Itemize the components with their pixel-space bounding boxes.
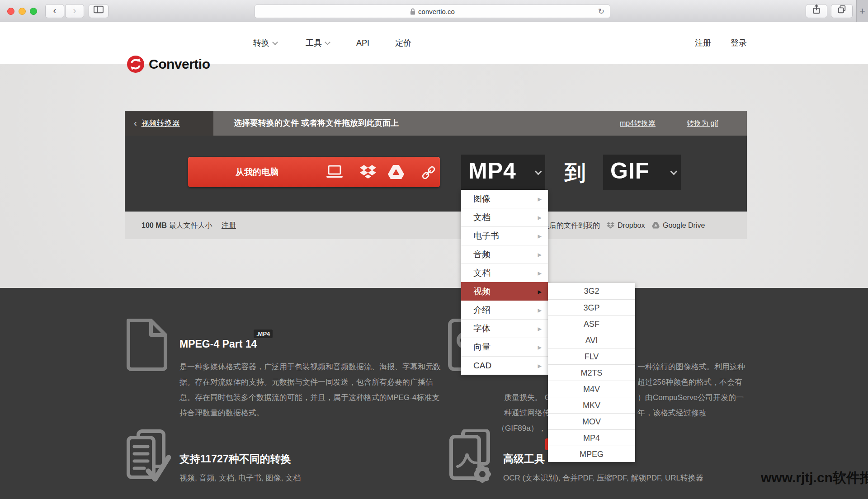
conversions-title: 支持11727种不同的转换 (179, 452, 291, 466)
computer-icon[interactable] (326, 165, 343, 179)
signup-link[interactable]: 注册 (695, 22, 711, 64)
convertio-logo-icon (127, 56, 144, 73)
lock-icon (410, 8, 415, 15)
save-to-google-drive-button[interactable]: Google Drive (652, 212, 705, 239)
tabs-icon (837, 5, 846, 14)
tab-video-converter[interactable]: ‹ 视频转换器 (125, 111, 213, 136)
login-link[interactable]: 登录 (731, 22, 747, 64)
save-to-dropbox-button[interactable]: Dropbox (607, 212, 645, 239)
submenu-item-mov[interactable]: MOV (548, 413, 635, 429)
convert-to-gif-link[interactable]: 转换为 gif (687, 111, 718, 136)
format-category-menu: 图像 ▸ 文档 ▸ 电子书 ▸ 音频 ▸ 文档 ▸ 视频 ▸ 介绍 ▸ 字体 ▸ (461, 190, 548, 375)
back-button[interactable]: ‹ (45, 4, 64, 18)
link-icon[interactable] (420, 165, 437, 180)
submenu-item-3g2[interactable]: 3G2 (548, 283, 635, 299)
watermark: www.rjtj.cn软件推荐网 (761, 469, 868, 487)
chevron-right-icon: ▸ (538, 361, 542, 371)
gif-description-fragment: （GIF89a）， (497, 421, 546, 436)
sidebar-toggle-button[interactable] (89, 4, 108, 18)
back-chevron-icon: ‹ (134, 118, 137, 128)
submenu-item-mkv[interactable]: MKV (548, 397, 635, 413)
menu-item-audio[interactable]: 音频 ▸ (461, 245, 548, 264)
dropbox-icon (607, 222, 614, 229)
chevron-right-icon: ▸ (538, 194, 542, 204)
to-format-select[interactable]: GIF (603, 155, 681, 190)
pdf-tools-gear-icon (448, 429, 498, 489)
refresh-icon[interactable]: ↻ (598, 6, 604, 17)
close-window-button[interactable] (7, 8, 14, 15)
register-link[interactable]: 注册 (222, 221, 236, 229)
mp4-format-description: 是一种多媒体格式容器，广泛用于包装视频和音频数据流、海报、字幕和元数据。存在对流… (179, 359, 447, 421)
converter-tab-bar: ‹ 视频转换器 选择要转换的文件 或者将文件拖放到此页面上 mp4转换器 转换为… (125, 111, 747, 136)
mp4-converter-link[interactable]: mp4转换器 (620, 111, 656, 136)
nav-convert[interactable]: 转换 (253, 22, 277, 64)
chevron-right-icon: ▸ (538, 231, 542, 241)
advanced-tools-title: 高级工具 (503, 452, 545, 466)
from-format-select[interactable]: MP4 (461, 155, 545, 190)
submenu-item-avi[interactable]: AVI (548, 332, 635, 348)
upload-button[interactable]: 从我的电脑 (188, 157, 440, 187)
chevron-right-icon: ▸ (538, 213, 542, 222)
chevron-right-icon: ▸ (538, 250, 542, 259)
nav-pricing[interactable]: 定价 (395, 22, 411, 64)
max-file-size-text: 100 MB 最大文件大小 注册 (142, 212, 236, 239)
convertio-logo[interactable]: Convertio (127, 56, 210, 73)
submenu-item-flv[interactable]: FLV (548, 348, 635, 364)
submenu-item-asf[interactable]: ASF (548, 315, 635, 332)
forward-button[interactable]: › (65, 4, 84, 18)
gif-description-fragment: 一种流行的图像格式。利用这种 (637, 359, 745, 375)
chevron-right-icon: ▸ (538, 343, 542, 352)
mp4-extension-badge: .MP4 (254, 330, 273, 338)
sidebar-icon (93, 5, 104, 14)
menu-item-archive[interactable]: 文档 ▸ (461, 264, 548, 282)
site-header: Convertio 转换 工具 API 定价 注册 登录 (0, 22, 868, 64)
chevron-right-icon: ▸ (538, 324, 542, 334)
nav-tools[interactable]: 工具 (306, 22, 330, 64)
new-tab-button[interactable]: + (856, 0, 868, 22)
gif-description-fragment: 年，该格式经过修改 (637, 405, 707, 421)
zoom-window-button[interactable] (30, 8, 37, 15)
menu-item-cad[interactable]: CAD ▸ (461, 356, 548, 375)
menu-item-image[interactable]: 图像 ▸ (461, 190, 548, 208)
chevron-right-icon: ▸ (538, 268, 542, 278)
chevron-down-icon (670, 168, 678, 175)
share-button[interactable] (806, 4, 827, 18)
drop-headline: 选择要转换的文件 或者将文件拖放到此页面上 (234, 111, 399, 136)
page: ‹ › convertio.co ↻ (0, 0, 868, 499)
menu-item-document[interactable]: 文档 ▸ (461, 208, 548, 226)
conversions-subtitle: 视频, 音频, 文档, 电子书, 图像, 文档 (179, 471, 301, 486)
minimize-window-button[interactable] (19, 8, 26, 15)
submenu-item-m4v[interactable]: M4V (548, 381, 635, 397)
tab-overview-button[interactable] (831, 4, 853, 18)
submenu-item-mp4[interactable]: MP4 (548, 429, 635, 446)
limit-strip: 100 MB 最大文件大小 注册 保存转换后的文件到我的 Dropbox Goo… (125, 212, 747, 239)
menu-item-font[interactable]: 字体 ▸ (461, 319, 548, 338)
gif-description-fragment: 质量损失。 G (504, 390, 551, 405)
chevron-down-icon (272, 39, 278, 45)
gif-description-fragment: 种通过网络传 (504, 405, 550, 421)
url-text: convertio.co (418, 8, 455, 15)
dropbox-icon[interactable] (360, 165, 376, 179)
menu-item-vector[interactable]: 向量 ▸ (461, 338, 548, 356)
google-drive-icon[interactable] (388, 165, 404, 179)
submenu-item-m2ts[interactable]: M2TS (548, 364, 635, 381)
menu-item-ebook[interactable]: 电子书 ▸ (461, 226, 548, 245)
menu-item-presentation[interactable]: 介绍 ▸ (461, 301, 548, 319)
nav-api[interactable]: API (356, 22, 369, 64)
browser-toolbar: ‹ › convertio.co ↻ (0, 0, 868, 22)
converter-panel: 从我的电脑 (125, 136, 747, 212)
advanced-tools-subtitle: OCR (文本识别), 合并PDF, 压缩PDF, 解锁PDF, URL转换器 (503, 471, 703, 486)
submenu-item-mpeg[interactable]: MPEG (548, 446, 635, 462)
chevron-down-icon (535, 168, 542, 175)
brand-name: Convertio (149, 56, 210, 72)
menu-item-video[interactable]: 视频 ▸ (461, 282, 548, 301)
chevron-right-icon: ▸ (538, 287, 542, 297)
document-icon (125, 318, 169, 372)
mp4-format-title: MPEG-4 Part 14 (179, 338, 257, 350)
gif-description-fragment: 超过256种颜色的格式，不会有 (637, 375, 742, 390)
documents-check-icon (125, 429, 171, 487)
submenu-item-3gp[interactable]: 3GP (548, 299, 635, 315)
info-section: .MP4 MPEG-4 Part 14 是一种多媒体格式容器，广泛用于包装视频和… (0, 288, 868, 499)
upload-button-label: 从我的电脑 (188, 157, 326, 187)
address-bar[interactable]: convertio.co ↻ (255, 5, 610, 18)
